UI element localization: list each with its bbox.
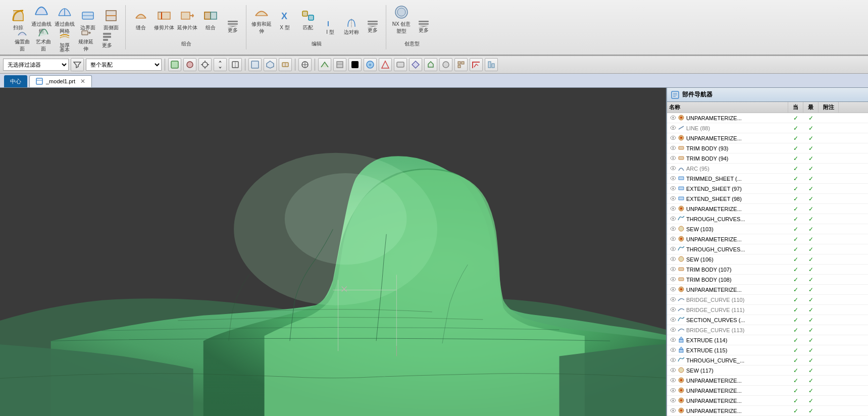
nx-creative-button[interactable]: NX 创意塑型 — [390, 6, 413, 33]
feature-icon — [678, 367, 685, 375]
model-tab[interactable]: _model1.prt ✕ — [29, 75, 92, 87]
extend-button[interactable]: 规律延伸 — [76, 33, 96, 46]
move-btn[interactable] — [214, 58, 227, 71]
tree-item[interactable]: LINE (88)✓✓ — [667, 123, 868, 133]
offset-button[interactable]: 偏置曲面 — [12, 33, 32, 46]
section-button[interactable]: 面侧面 — [100, 6, 122, 33]
art-button[interactable]: 艺术曲面 — [33, 33, 54, 46]
tree-item[interactable]: UNPARAMETERIZE...✓✓ — [667, 386, 868, 396]
orient-btn[interactable] — [298, 58, 312, 71]
tree-item[interactable]: EXTRUDE (115)✓✓ — [667, 345, 868, 355]
tree-item[interactable]: UNPARAMETERIZE...✓✓ — [667, 376, 868, 386]
tree-item[interactable]: THROUGH_CURVES...✓✓ — [667, 214, 868, 224]
item-name-text: TRIM BODY (93) — [686, 145, 729, 151]
item-ref-cell: ✓ — [803, 337, 819, 344]
svg-rect-26 — [419, 23, 429, 25]
svg-point-24 — [397, 8, 405, 16]
tb2-btn-5[interactable] — [318, 58, 331, 71]
tree-item[interactable]: UNPARAMETERIZE...✓✓ — [667, 133, 868, 143]
mesh-button[interactable]: 通过曲线网格 — [54, 6, 76, 33]
tb2-btn-13[interactable] — [439, 58, 452, 71]
tree-item[interactable]: EXTEND_SHEET (97)✓✓ — [667, 184, 868, 194]
tree-item[interactable]: UNPARAMETERIZE...✓✓ — [667, 113, 868, 123]
item-name-text: UNPARAMETERIZE... — [686, 236, 742, 242]
tree-item[interactable]: UNPARAMETERIZE...✓✓ — [667, 396, 868, 406]
tb2-btn-15[interactable] — [470, 58, 483, 71]
snap2-btn[interactable] — [229, 58, 242, 71]
extend-sheet-button[interactable]: 延伸片体 — [176, 6, 198, 33]
tb2-btn-10[interactable] — [394, 58, 407, 71]
wcs-x-btn[interactable] — [168, 58, 181, 71]
item-name-cell: ARC (95) — [667, 165, 788, 173]
item-ref-cell: ✓ — [803, 236, 819, 243]
panel-content[interactable]: 名称 当 最 附注 UNPARAMETERIZE...✓✓LINE (88)✓✓… — [667, 102, 868, 416]
tree-item[interactable]: TRIM BODY (93)✓✓ — [667, 143, 868, 153]
tb2-btn-6[interactable] — [333, 58, 346, 71]
tree-item[interactable]: TRIM BODY (94)✓✓ — [667, 153, 868, 164]
view-top-btn[interactable] — [279, 58, 292, 71]
tree-item[interactable]: EXTRUDE (114)✓✓ — [667, 335, 868, 345]
filter-select[interactable]: 无选择过滤器 — [3, 59, 69, 71]
model-tab-close[interactable]: ✕ — [80, 78, 85, 85]
trim-sheet-button[interactable]: 修剪片体 — [153, 6, 175, 33]
tb2-btn-12[interactable] — [424, 58, 437, 71]
thicken-button[interactable]: 加厚 — [55, 33, 75, 46]
viewport[interactable] — [0, 88, 666, 416]
tree-item[interactable]: BRIDGE_CURVE (111)✓✓ — [667, 305, 868, 315]
item-name-text: SECTION_CURVES (... — [686, 317, 745, 323]
item-check-cell: ✓ — [788, 165, 803, 172]
tree-item[interactable]: SEW (103)✓✓ — [667, 224, 868, 234]
tb2-btn-16[interactable] — [485, 58, 498, 71]
item-name-text: EXTEND_SHEET (98) — [686, 196, 742, 202]
wcs-y-btn[interactable] — [183, 58, 196, 71]
view-front-btn[interactable] — [248, 58, 262, 71]
tb2-btn-9[interactable] — [379, 58, 392, 71]
filter-icon-btn[interactable] — [71, 58, 84, 71]
tb2-btn-8[interactable]: + — [364, 58, 377, 71]
symmetry-icon — [346, 18, 357, 29]
tree-item[interactable]: SEW (106)✓✓ — [667, 254, 868, 265]
tree-item[interactable]: THROUGH_CURVE_...✓✓ — [667, 355, 868, 366]
art-icon — [38, 27, 49, 38]
tree-item[interactable]: SECTION_CURVES (...✓✓ — [667, 315, 868, 325]
snap-btn[interactable] — [198, 58, 212, 71]
eye-icon — [670, 387, 676, 394]
item-name-cell: UNPARAMETERIZE... — [667, 114, 788, 122]
tree-item[interactable]: THROUGH_CURVES...✓✓ — [667, 244, 868, 254]
tb2-btn-11[interactable] — [409, 58, 422, 71]
item-check-cell: ✓ — [788, 246, 803, 253]
tree-item[interactable]: SEW (117)✓✓ — [667, 366, 868, 376]
view-iso-btn[interactable] — [264, 58, 277, 71]
tree-item[interactable]: TRIM BODY (108)✓✓ — [667, 275, 868, 285]
tb2-btn-7[interactable] — [348, 58, 362, 71]
more-edit-button[interactable]: 更多 — [363, 20, 383, 33]
feature-icon — [678, 397, 685, 405]
tree-item[interactable]: BRIDGE_CURVE (113)✓✓ — [667, 325, 868, 335]
tree-item[interactable]: TRIM BODY (107)✓✓ — [667, 265, 868, 275]
tree-item[interactable]: TRIMMED_SHEET (...✓✓ — [667, 174, 868, 184]
more-combine-button[interactable]: 更多 — [223, 20, 243, 33]
symmetry-button[interactable]: 边对称 — [341, 20, 362, 33]
home-tab[interactable]: 中心 — [4, 75, 27, 87]
tree-item[interactable]: ARC (95)✓✓ — [667, 164, 868, 174]
tree-item[interactable]: UNPARAMETERIZE...✓✓ — [667, 204, 868, 214]
trim-modify-button[interactable]: 修剪和延伸 — [250, 6, 273, 33]
eye-icon — [670, 357, 676, 364]
assembly-select[interactable]: 整个装配 — [86, 59, 162, 71]
more-edit-btn1[interactable]: I I 型 — [320, 20, 340, 33]
sew-button[interactable]: 缝合 — [130, 6, 152, 33]
item-name-cell: SEW (103) — [667, 225, 788, 233]
match-button[interactable]: 匹配 — [297, 6, 319, 33]
combine-button[interactable]: 组合 — [199, 6, 222, 33]
x-type-button[interactable]: X X 型 — [274, 6, 296, 33]
tree-item[interactable]: UNPARAMETERIZE...✓✓ — [667, 285, 868, 295]
tree-item[interactable]: UNPARAMETERIZE...✓✓ — [667, 406, 868, 416]
tree-item[interactable]: EXTEND_SHEET (98)✓✓ — [667, 194, 868, 204]
tree-item[interactable]: UNPARAMETERIZE...✓✓ — [667, 234, 868, 244]
more-basic-button[interactable]: 更多 — [97, 33, 117, 46]
tree-items: UNPARAMETERIZE...✓✓LINE (88)✓✓UNPARAMETE… — [667, 113, 868, 416]
svg-text:I: I — [327, 20, 329, 28]
tb2-btn-14[interactable] — [454, 58, 468, 71]
more-creative-button[interactable]: 更多 — [414, 20, 434, 33]
tree-item[interactable]: BRIDGE_CURVE (110)✓✓ — [667, 295, 868, 305]
